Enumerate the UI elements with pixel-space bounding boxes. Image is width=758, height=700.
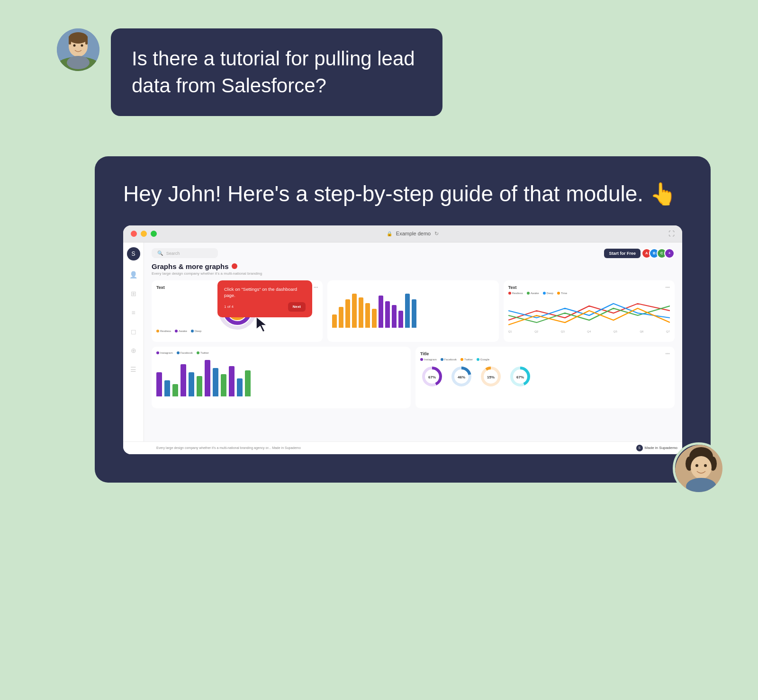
demo-chart-line-right: Text ••• Restless Awake	[504, 280, 675, 342]
demo-avatar-add[interactable]: +	[664, 248, 675, 259]
sidebar-nav-icon-2[interactable]: ⊞	[129, 289, 138, 298]
demo-chart-donuts-legend: Instagram Facebook Twitter	[420, 358, 670, 361]
demo-chart-left-legend: Restless Awake Deep	[156, 330, 318, 332]
donut-1-svg: 67%	[420, 365, 444, 388]
sidebar-nav-icon-6[interactable]: ☰	[129, 365, 138, 374]
titlebar-close-dot[interactable]	[131, 231, 137, 237]
demo-page-subtitle: Every large design company whether it's …	[152, 271, 675, 276]
demo-chart-donuts: Title ••• Instagram Facebook	[415, 347, 675, 408]
demo-tooltip: Click on "Settings" on the dashboard pag…	[217, 280, 312, 317]
donut-4-svg: 67%	[508, 365, 532, 388]
chart-menu-dots[interactable]: •••	[314, 285, 318, 290]
user-message-bubble: Is there a tutorial for pulling lead dat…	[111, 28, 442, 116]
bar-11	[398, 311, 403, 328]
svg-marker-13	[256, 317, 267, 332]
donut-charts-row: 67% 46%	[420, 365, 670, 388]
bar-2	[339, 307, 343, 328]
bot-avatar	[673, 442, 725, 494]
bot-response-text: Hey John! Here's a step-by-step guide of…	[123, 180, 682, 208]
line-chart-x-labels: Q1Q2Q3Q4Q5Q6Q7	[508, 329, 670, 333]
bottom-bar-chart-visual	[156, 356, 406, 396]
bar-13	[412, 299, 416, 328]
demo-title: Example demo	[396, 231, 431, 236]
bar-chart-visual	[332, 285, 494, 328]
demo-footer: Every large design company whether it's …	[123, 441, 682, 454]
sidebar-logo: S	[127, 247, 140, 260]
demo-sidebar: S 👤 ⊞ ≡ ◻ ⊕ ☰	[123, 242, 144, 441]
demo-window: 🔒 Example demo ↻ ⛶ S 👤 ⊞ ≡ ◻ ⊕ ☰	[123, 225, 682, 454]
demo-app-content: S 👤 ⊞ ≡ ◻ ⊕ ☰ 🔍 Search Start for Free	[123, 242, 682, 441]
bbar-4	[180, 364, 186, 396]
donuts-menu[interactable]: •••	[666, 351, 670, 356]
svg-rect-5	[85, 36, 88, 45]
demo-tooltip-text: Click on "Settings" on the dashboard pag…	[224, 286, 306, 299]
bbar-10	[229, 366, 235, 396]
bbar-2	[164, 380, 170, 396]
supademo-logo: S	[636, 445, 643, 451]
sidebar-nav-icon-4[interactable]: ◻	[129, 327, 138, 336]
bar-7	[372, 309, 377, 328]
demo-titlebar: 🔒 Example demo ↻ ⛶	[123, 225, 682, 242]
cursor-svg	[255, 316, 270, 333]
titlebar-minimize-dot[interactable]	[141, 231, 147, 237]
refresh-icon[interactable]: ↻	[434, 231, 439, 237]
svg-point-8	[67, 56, 90, 69]
demo-made-in-supademo: S Made in Supademo	[636, 445, 677, 451]
demo-chart-bars-bottom: Instagram Facebook Twitter	[152, 347, 411, 408]
search-icon: 🔍	[157, 251, 163, 256]
bar-12	[405, 294, 410, 328]
svg-text:15%: 15%	[487, 375, 495, 379]
bar-5	[359, 297, 363, 328]
demo-header-right: Start for Free A B C +	[604, 248, 675, 259]
user-avatar-illustration	[57, 28, 99, 71]
bbar-11	[237, 378, 243, 396]
user-message-area: Is there a tutorial for pulling lead dat…	[57, 28, 701, 116]
donut-3-svg: 15%	[479, 365, 503, 388]
demo-footer-long-text: Every large design company whether it's …	[128, 446, 634, 449]
demo-header: 🔍 Search Start for Free A B C +	[152, 248, 675, 259]
bar-1	[332, 314, 337, 328]
demo-cursor	[255, 316, 270, 333]
bot-response-area: Hey John! Here's a step-by-step guide of…	[95, 156, 711, 483]
bar-3	[345, 299, 350, 328]
titlebar-maximize-dot[interactable]	[151, 231, 157, 237]
demo-chart-right-title: Text •••	[508, 285, 670, 290]
bbar-6	[197, 376, 202, 396]
demo-page-title: Graphs & more graphs	[152, 262, 675, 270]
svg-point-3	[69, 32, 88, 44]
bbar-5	[189, 372, 194, 396]
fullscreen-icon[interactable]: ⛶	[668, 230, 675, 237]
donut-2: 46%	[450, 365, 473, 388]
demo-chart-bottom-left-legend: Instagram Facebook Twitter	[156, 351, 406, 354]
svg-point-32	[704, 464, 707, 467]
donut-1: 67%	[420, 365, 444, 388]
svg-point-7	[81, 45, 83, 47]
svg-text:67%: 67%	[428, 375, 436, 379]
svg-point-6	[73, 45, 76, 47]
user-message-text: Is there a tutorial for pulling lead dat…	[132, 45, 422, 99]
svg-point-30	[691, 456, 712, 479]
bar-9	[385, 301, 390, 328]
start-free-button[interactable]: Start for Free	[604, 249, 641, 258]
demo-chart-bars-middle	[327, 280, 498, 342]
bar-6	[365, 303, 370, 328]
line-chart-svg	[508, 296, 670, 327]
bbar-9	[221, 374, 226, 396]
sidebar-nav-icon-1[interactable]: 👤	[129, 270, 138, 279]
donut-4: 67%	[508, 365, 532, 388]
demo-chart-right-legend: Restless Awake Deep	[508, 292, 670, 295]
bbar-12	[245, 370, 251, 396]
svg-text:46%: 46%	[458, 375, 465, 379]
demo-search-bar[interactable]: 🔍 Search	[152, 248, 218, 258]
demo-charts-bottom-row: Instagram Facebook Twitter	[152, 347, 675, 408]
demo-tooltip-next-button[interactable]: Next	[288, 302, 306, 311]
sidebar-nav-icon-3[interactable]: ≡	[129, 308, 138, 317]
chart-right-menu[interactable]: •••	[666, 285, 670, 290]
svg-rect-4	[69, 36, 71, 45]
made-in-label: Made in Supademo	[645, 446, 677, 450]
bbar-1	[156, 372, 162, 396]
demo-titlebar-right: ⛶	[668, 230, 675, 237]
demo-tooltip-bottom: 1 of 4 Next	[224, 302, 306, 311]
bbar-8	[213, 368, 218, 396]
sidebar-nav-icon-5[interactable]: ⊕	[129, 346, 138, 355]
